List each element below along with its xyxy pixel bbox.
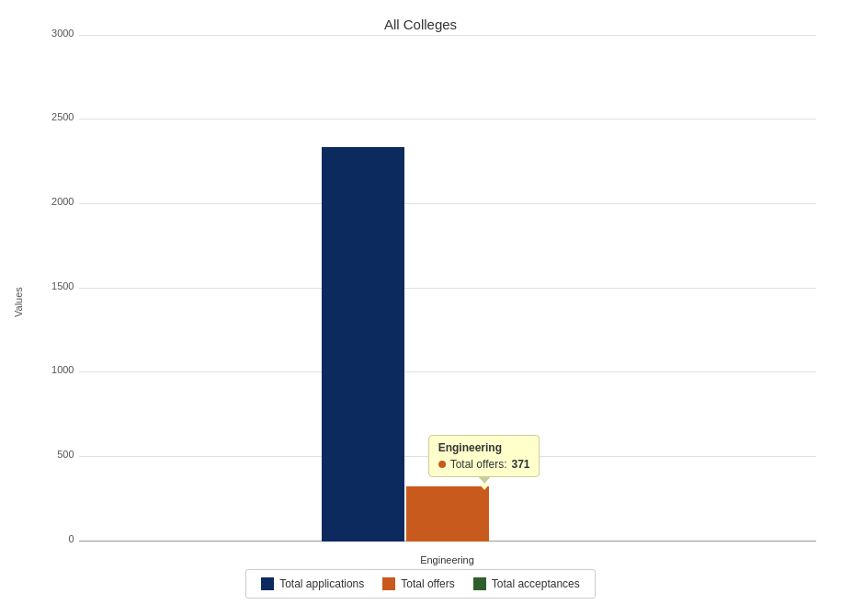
bars-area: Engineering Total offers: 371: [79, 36, 816, 542]
bar-total-applications[interactable]: [322, 147, 404, 542]
legend-item-total-acceptances: Total acceptances: [473, 577, 580, 590]
grid-tick-label-1000: 1000: [38, 364, 74, 375]
grid-tick-label-3000: 3000: [38, 28, 74, 39]
grid-tick-label-2000: 2000: [38, 196, 74, 207]
chart-legend: Total applicationsTotal offersTotal acce…: [245, 569, 596, 599]
legend-item-total-applications: Total applications: [261, 577, 364, 590]
x-label-text: Engineering: [420, 554, 474, 565]
legend-label-total-acceptances: Total acceptances: [492, 577, 580, 590]
legend-label-total-offers: Total offers: [401, 577, 454, 590]
grid-tick-label-500: 500: [38, 449, 74, 460]
grid-tick-label-2500: 2500: [38, 111, 74, 122]
grid-and-bars: 050010001500200025003000 Engineering Tot…: [33, 36, 816, 569]
chart-area: Values 050010001500200025003000 Engineer…: [7, 36, 835, 569]
bar-group-engineering: [322, 147, 574, 542]
chart-title: All Colleges: [384, 17, 457, 32]
bar-total-offers[interactable]: [406, 486, 489, 541]
y-axis-label: Values: [7, 36, 33, 569]
chart-container: All Colleges Values 05001000150020002500…: [7, 7, 835, 610]
chart-inner: 050010001500200025003000 Engineering Tot…: [33, 36, 835, 569]
legend-item-total-offers: Total offers: [382, 577, 454, 590]
legend-color-total-applications: [261, 577, 274, 590]
legend-label-total-applications: Total applications: [279, 577, 364, 590]
legend-color-total-acceptances: [473, 577, 486, 590]
x-axis-label: Engineering: [79, 554, 816, 565]
legend-color-total-offers: [382, 577, 395, 590]
grid-tick-label-1500: 1500: [38, 280, 74, 291]
grid-tick-label-0: 0: [38, 533, 74, 544]
